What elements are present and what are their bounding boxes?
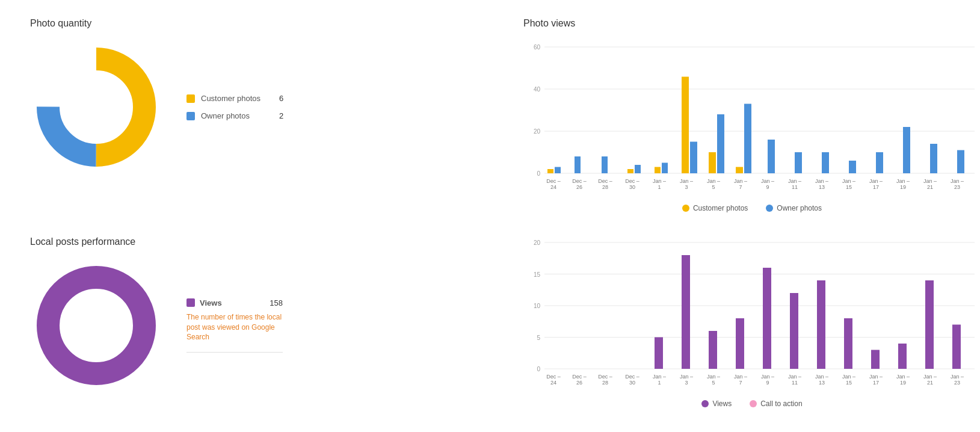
svg-text:11: 11: [792, 380, 798, 386]
svg-text:0: 0: [537, 366, 540, 372]
photo-views-title: Photo views: [523, 18, 980, 29]
svg-rect-14: [575, 156, 581, 173]
cta-chart-legend: Call to action: [750, 400, 802, 408]
svg-rect-52: [876, 152, 883, 173]
owner-photos-chart-label: Owner photos: [777, 204, 822, 212]
svg-text:Jan –: Jan –: [653, 178, 666, 184]
svg-text:1: 1: [658, 380, 661, 386]
owner-photos-legend-item: Owner photos 2: [186, 111, 283, 120]
svg-text:20: 20: [534, 128, 541, 135]
svg-text:15: 15: [534, 271, 541, 278]
svg-text:1: 1: [658, 184, 661, 190]
svg-text:19: 19: [900, 380, 906, 386]
svg-rect-29: [690, 142, 697, 174]
svg-rect-98: [790, 293, 798, 369]
svg-rect-110: [898, 344, 907, 369]
local-posts-donut: [30, 259, 162, 392]
svg-text:15: 15: [846, 184, 852, 190]
svg-rect-36: [736, 167, 743, 174]
svg-text:7: 7: [739, 380, 742, 386]
svg-rect-24: [655, 167, 661, 174]
svg-text:Dec –: Dec –: [598, 178, 612, 184]
svg-text:Jan –: Jan –: [707, 178, 720, 184]
photo-views-chart: 60 40 20 0 Dec – 24 Dec – 26: [523, 41, 980, 197]
svg-text:7: 7: [739, 184, 742, 190]
local-posts-legend: Views 158 The number of times the local …: [186, 298, 283, 353]
svg-text:Jan –: Jan –: [653, 374, 666, 380]
donut-chart: [30, 41, 162, 173]
svg-text:0: 0: [537, 170, 540, 177]
svg-rect-28: [682, 77, 689, 174]
svg-text:Dec –: Dec –: [598, 374, 612, 380]
photo-quantity-legend: Customer photos 6 Owner photos 2: [186, 94, 283, 120]
svg-text:24: 24: [550, 380, 556, 386]
svg-text:5: 5: [537, 335, 540, 341]
svg-text:Jan –: Jan –: [680, 178, 693, 184]
svg-rect-33: [717, 114, 724, 173]
svg-text:30: 30: [629, 380, 635, 386]
svg-text:13: 13: [819, 184, 825, 190]
svg-rect-95: [763, 268, 771, 369]
svg-text:Jan –: Jan –: [951, 178, 964, 184]
svg-text:Jan –: Jan –: [842, 374, 855, 380]
svg-rect-25: [662, 163, 668, 174]
svg-text:Jan –: Jan –: [734, 374, 747, 380]
svg-text:60: 60: [534, 44, 541, 51]
svg-rect-61: [957, 150, 964, 174]
svg-text:Jan –: Jan –: [815, 178, 828, 184]
svg-text:Dec –: Dec –: [546, 178, 561, 184]
svg-text:28: 28: [602, 380, 608, 386]
svg-text:Dec –: Dec –: [546, 374, 561, 380]
local-posts-chart-legend: Views Call to action: [523, 400, 980, 408]
svg-rect-55: [903, 127, 910, 173]
svg-text:28: 28: [602, 184, 608, 190]
svg-rect-49: [849, 161, 856, 173]
svg-rect-101: [817, 280, 825, 369]
svg-text:Jan –: Jan –: [951, 374, 964, 380]
svg-text:Dec –: Dec –: [572, 374, 587, 380]
photo-views-legend: Customer photos Owner photos: [523, 204, 980, 212]
svg-text:26: 26: [576, 184, 582, 190]
svg-text:11: 11: [792, 184, 798, 190]
svg-rect-17: [602, 156, 608, 173]
svg-text:26: 26: [576, 380, 582, 386]
svg-text:Jan –: Jan –: [896, 374, 910, 380]
svg-text:21: 21: [927, 184, 933, 190]
svg-text:Jan –: Jan –: [761, 178, 774, 184]
donut-container: Customer photos 6 Owner photos 2: [30, 41, 499, 173]
svg-rect-89: [709, 331, 717, 369]
svg-text:9: 9: [766, 380, 769, 386]
svg-text:3: 3: [685, 184, 688, 190]
cta-chart-label: Call to action: [760, 400, 802, 408]
views-label: Views: [200, 298, 222, 307]
svg-text:Jan –: Jan –: [680, 374, 693, 380]
views-description: The number of times the local post was v…: [186, 312, 283, 342]
views-color: [186, 298, 195, 307]
svg-text:10: 10: [534, 303, 541, 309]
views-legend-item: Views 158 The number of times the local …: [186, 298, 283, 353]
svg-rect-116: [952, 325, 961, 369]
svg-rect-92: [736, 318, 744, 369]
svg-rect-37: [744, 104, 751, 174]
svg-text:Jan –: Jan –: [869, 374, 883, 380]
svg-text:Jan –: Jan –: [707, 374, 720, 380]
owner-photos-chart-legend: Owner photos: [766, 204, 822, 212]
views-value: 158: [245, 298, 283, 307]
svg-text:19: 19: [900, 184, 906, 190]
svg-rect-113: [925, 280, 934, 369]
local-posts-section: Local posts performance Views 158 The nu…: [18, 230, 511, 420]
svg-text:40: 40: [534, 86, 541, 93]
svg-text:15: 15: [846, 380, 852, 386]
svg-text:5: 5: [712, 380, 715, 386]
svg-rect-32: [709, 152, 716, 173]
svg-text:17: 17: [873, 184, 879, 190]
local-posts-container: Views 158 The number of times the local …: [30, 259, 499, 392]
owner-photos-chart-dot: [766, 205, 773, 212]
svg-text:3: 3: [685, 380, 688, 386]
customer-photos-chart-dot: [682, 205, 689, 212]
svg-rect-107: [871, 350, 880, 369]
customer-photos-label: Customer photos: [201, 94, 273, 103]
cta-chart-dot: [750, 400, 757, 407]
svg-text:23: 23: [954, 380, 960, 386]
svg-text:Jan –: Jan –: [734, 178, 747, 184]
